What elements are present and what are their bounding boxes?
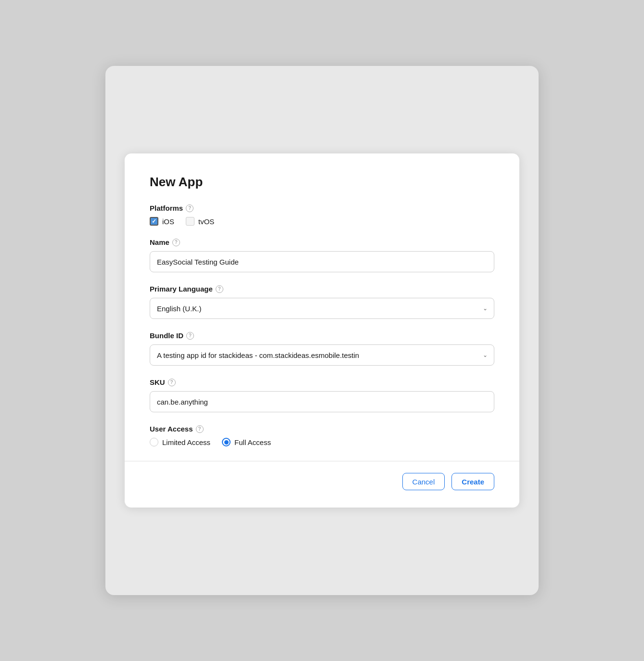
ios-label: iOS (162, 217, 174, 226)
bundle-id-section: Bundle ID ? A testing app id for stackid… (150, 331, 494, 366)
limited-access-radio-item[interactable]: Limited Access (150, 438, 210, 446)
full-access-radio[interactable] (222, 438, 231, 446)
bundle-id-wrapper: A testing app id for stackideas - com.st… (150, 344, 494, 366)
tvos-label: tvOS (198, 217, 214, 226)
dialog-title: New App (150, 175, 494, 190)
sku-input[interactable] (150, 391, 494, 412)
dialog-divider (125, 461, 519, 461)
tvos-checkbox-item[interactable]: tvOS (186, 217, 214, 226)
full-access-radio-item[interactable]: Full Access (222, 438, 271, 446)
new-app-dialog: New App Platforms ? ✓ iOS tvOS (125, 153, 519, 508)
ios-checkmark: ✓ (152, 218, 156, 224)
primary-language-select[interactable]: English (U.K.) English (U.S.) French Ger… (150, 298, 494, 319)
bundle-id-label: Bundle ID ? (150, 331, 494, 340)
bundle-id-help-icon[interactable]: ? (186, 332, 194, 340)
cancel-button[interactable]: Cancel (402, 473, 445, 490)
limited-access-label: Limited Access (162, 438, 210, 446)
full-access-radio-dot (224, 440, 229, 445)
primary-language-help-icon[interactable]: ? (216, 285, 223, 293)
platforms-label: Platforms ? (150, 204, 494, 212)
platforms-row: ✓ iOS tvOS (150, 217, 494, 226)
name-label: Name ? (150, 238, 494, 246)
primary-language-wrapper: English (U.K.) English (U.S.) French Ger… (150, 298, 494, 319)
sku-label: SKU ? (150, 378, 494, 386)
name-help-icon[interactable]: ? (172, 239, 180, 246)
ios-checkbox[interactable]: ✓ (150, 217, 158, 226)
bundle-id-select[interactable]: A testing app id for stackideas - com.st… (150, 344, 494, 366)
platforms-section: Platforms ? ✓ iOS tvOS (150, 204, 494, 226)
create-button[interactable]: Create (451, 473, 494, 490)
user-access-row: Limited Access Full Access (150, 438, 494, 446)
dialog-footer: Cancel Create (150, 473, 494, 490)
user-access-label: User Access ? (150, 425, 494, 433)
sku-help-icon[interactable]: ? (168, 379, 176, 386)
name-input[interactable] (150, 251, 494, 272)
platforms-help-icon[interactable]: ? (186, 204, 193, 212)
full-access-label: Full Access (234, 438, 271, 446)
limited-access-radio[interactable] (150, 438, 158, 446)
user-access-help-icon[interactable]: ? (196, 425, 204, 433)
name-section: Name ? (150, 238, 494, 272)
ios-checkbox-item[interactable]: ✓ iOS (150, 217, 174, 226)
tvos-checkbox[interactable] (186, 217, 194, 226)
sku-section: SKU ? (150, 378, 494, 412)
primary-language-section: Primary Language ? English (U.K.) Englis… (150, 285, 494, 319)
user-access-section: User Access ? Limited Access Full Access (150, 425, 494, 446)
app-background: New App Platforms ? ✓ iOS tvOS (105, 66, 539, 595)
primary-language-label: Primary Language ? (150, 285, 494, 293)
